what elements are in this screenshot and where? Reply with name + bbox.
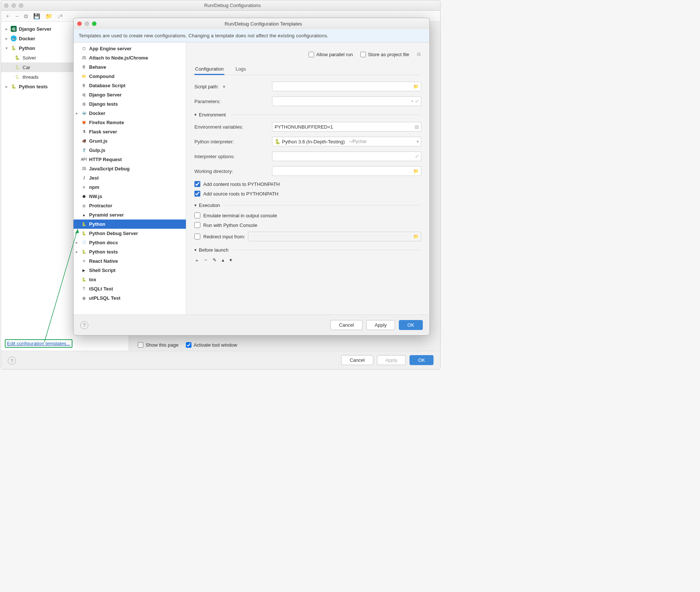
template-label: Database Script <box>89 83 125 88</box>
template-item-grunt-js[interactable]: 🐗Grunt.js <box>74 136 186 146</box>
template-item-python[interactable]: 🐍Python <box>74 220 186 229</box>
parameters-input[interactable]: +⤢ <box>272 96 421 106</box>
template-item-jest[interactable]: JJest <box>74 173 186 183</box>
dialog-ok-button[interactable]: OK <box>399 320 423 330</box>
edit-templates-link[interactable]: Edit configuration templates... <box>7 341 70 346</box>
before-launch-head[interactable]: ▾Before launch <box>194 247 421 253</box>
dialog-close-dot[interactable] <box>77 21 82 26</box>
env-section-head[interactable]: ▾Environment <box>194 112 421 118</box>
emulate-terminal-check[interactable]: Emulate terminal in output console <box>194 212 421 218</box>
add-content-roots-check[interactable]: Add content roots to PYTHONPATH <box>194 181 421 187</box>
template-icon: ◎ <box>81 203 87 209</box>
main-footer: ? Cancel Apply OK <box>1 351 440 369</box>
template-label: Python <box>89 221 105 227</box>
template-item-python-docs[interactable]: ▸📄Python docs <box>74 238 186 247</box>
dialog-cancel-button[interactable]: Cancel <box>330 320 362 330</box>
tab-configuration[interactable]: Configuration <box>194 64 224 75</box>
templates-dialog: Run/Debug Configuration Templates Templa… <box>73 18 430 336</box>
min-dot[interactable] <box>11 3 16 8</box>
main-title: Run/Debug Configurations <box>28 3 437 8</box>
copy-icon[interactable]: ⧉ <box>24 13 28 20</box>
allow-parallel-check[interactable]: Allow parallel run <box>309 51 353 57</box>
store-project-check[interactable]: Store as project file <box>360 51 409 57</box>
folder-icon[interactable]: 📁 <box>413 169 419 174</box>
folder-icon[interactable]: 📁 <box>413 234 419 239</box>
template-item-firefox-remote[interactable]: 🦊Firefox Remote <box>74 118 186 127</box>
template-icon: B <box>81 64 87 70</box>
remove-icon[interactable]: − <box>16 13 19 19</box>
list-icon[interactable]: ▤ <box>415 124 419 129</box>
folder-icon[interactable]: 📁 <box>413 84 419 89</box>
template-item-npm[interactable]: nnpm <box>74 183 186 192</box>
template-item-shell-script[interactable]: ▶Shell Script <box>74 266 186 275</box>
template-item-attach-to-node-js-chrome[interactable]: JSAttach to Node.js/Chrome <box>74 53 186 62</box>
template-item-database-script[interactable]: 🛢Database Script <box>74 81 186 90</box>
activate-tool-window-check[interactable]: Activate tool window <box>186 342 237 348</box>
template-item-utplsql-test[interactable]: ◍utPLSQL Test <box>74 293 186 303</box>
template-item-tsqlt-test[interactable]: TtSQLt Test <box>74 284 186 293</box>
run-python-console-check[interactable]: Run with Python Console <box>194 222 421 228</box>
exec-section-head[interactable]: ▾Execution <box>194 203 421 208</box>
template-item-flask-server[interactable]: ⚗Flask server <box>74 127 186 136</box>
expand-icon[interactable]: ⤢ <box>415 99 419 104</box>
add-source-roots-check[interactable]: Add source roots to PYTHONPATH <box>194 191 421 197</box>
main-apply-button[interactable]: Apply <box>377 355 406 365</box>
script-path-input[interactable]: 📁 <box>272 82 421 91</box>
template-item-compound[interactable]: 📁Compound <box>74 72 186 81</box>
python-icon: 🐍 <box>11 45 17 51</box>
dialog-max-dot[interactable] <box>92 21 96 26</box>
python-icon: 🐍 <box>14 55 20 61</box>
template-list[interactable]: ⬡App Engine serverJSAttach to Node.js/Ch… <box>74 42 186 314</box>
sort-icon[interactable]: ↓ª <box>58 13 62 19</box>
template-item-javascript-debug[interactable]: JSJavaScript Debug <box>74 164 186 173</box>
template-item-django-server[interactable]: djDjango Server <box>74 90 186 99</box>
expand-icon[interactable]: ⤢ <box>415 154 419 159</box>
template-item-pyramid-server[interactable]: ▲Pyramid server <box>74 210 186 220</box>
template-item-tox[interactable]: 🐍tox <box>74 275 186 284</box>
chevron-down-icon[interactable]: ▾ <box>417 139 419 144</box>
add-icon[interactable]: ＋ <box>194 257 199 264</box>
dialog-min-dot[interactable] <box>85 21 89 26</box>
help-icon[interactable]: ? <box>8 357 16 365</box>
template-item-behave[interactable]: BBehave <box>74 62 186 72</box>
template-item-http-request[interactable]: APIHTTP Request <box>74 155 186 164</box>
gear-icon[interactable]: ⚙ <box>417 51 421 57</box>
template-item-django-tests[interactable]: djDjango tests <box>74 99 186 109</box>
template-icon: ⬢ <box>81 194 87 200</box>
template-label: HTTP Request <box>89 157 122 162</box>
up-icon[interactable]: ▴ <box>222 257 224 264</box>
template-item-python-tests[interactable]: ▸🐍Python tests <box>74 247 186 256</box>
edit-icon[interactable]: ✎ <box>213 257 217 264</box>
working-dir-input[interactable]: 📁 <box>272 166 421 176</box>
main-cancel-button[interactable]: Cancel <box>341 355 373 365</box>
max-dot[interactable] <box>19 3 23 8</box>
template-item-docker[interactable]: ▸🐳Docker <box>74 109 186 118</box>
template-item-app-engine-server[interactable]: ⬡App Engine server <box>74 44 186 53</box>
plus-icon[interactable]: + <box>411 99 414 104</box>
down-icon[interactable]: ▾ <box>230 257 232 264</box>
template-item-python-debug-server[interactable]: 🐍Python Debug Server <box>74 229 186 238</box>
template-item-react-native[interactable]: ⚛React Native <box>74 256 186 266</box>
template-icon: 📄 <box>81 240 87 246</box>
close-dot[interactable] <box>4 3 9 8</box>
remove-icon[interactable]: − <box>204 257 207 264</box>
tab-logs[interactable]: Logs <box>235 64 247 75</box>
parameters-label: Parameters: <box>194 99 268 104</box>
add-icon[interactable]: ＋ <box>5 13 10 20</box>
main-ok-button[interactable]: OK <box>410 355 434 365</box>
interpreter-select[interactable]: 🐍Python 3.6 (In-Depth-Testing) ~/Pychar … <box>272 137 421 146</box>
edit-templates-link-box: Edit configuration templates... <box>5 339 72 348</box>
dialog-help-icon[interactable]: ? <box>80 321 88 329</box>
dialog-apply-button[interactable]: Apply <box>366 320 395 330</box>
template-item-nw-js[interactable]: ⬢NW.js <box>74 192 186 201</box>
folder-icon[interactable]: 📁 <box>45 13 52 20</box>
show-this-page-check[interactable]: Show this page <box>138 342 179 348</box>
save-icon[interactable]: 💾 <box>33 13 40 20</box>
template-label: Pyramid server <box>89 212 124 218</box>
redirect-input-check[interactable]: Redirect input from: 📁 <box>194 232 421 241</box>
template-item-protractor[interactable]: ◎Protractor <box>74 201 186 210</box>
interp-options-input[interactable]: ⤢ <box>272 152 421 161</box>
env-vars-input[interactable]: ▤ <box>272 122 421 132</box>
top-checks: Allow parallel run Store as project file… <box>194 48 421 57</box>
template-item-gulp-js[interactable]: 🥤Gulp.js <box>74 146 186 155</box>
